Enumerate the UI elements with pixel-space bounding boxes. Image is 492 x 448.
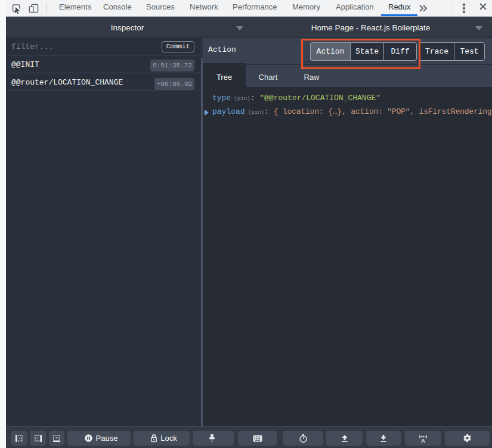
svg-text:A: A [421,438,425,444]
